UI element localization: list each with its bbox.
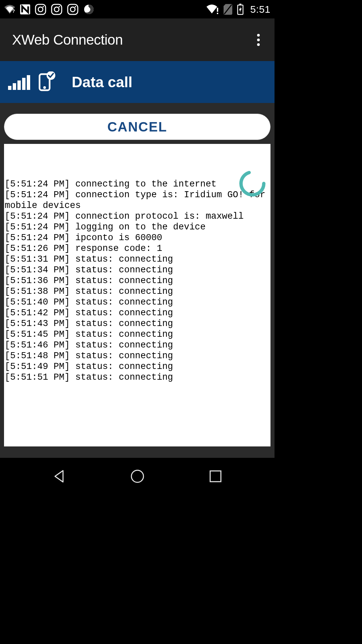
android-nav-bar — [0, 458, 275, 488]
log-line: [5:51:43 PM] status: connecting — [4, 318, 270, 329]
content-area: CANCEL [5:51:24 PM] connecting to the in… — [0, 103, 275, 450]
log-line: [5:51:24 PM] connection protocol is: max… — [4, 211, 270, 222]
bottom-spacer — [0, 450, 275, 458]
nav-home-button[interactable] — [124, 463, 151, 488]
app-bar: XWeb Connection — [0, 18, 275, 61]
svg-rect-20 — [8, 86, 11, 90]
instagram-icon — [51, 4, 62, 15]
svg-rect-5 — [52, 4, 62, 14]
firefox-icon — [83, 4, 95, 15]
svg-rect-22 — [17, 80, 21, 90]
svg-point-9 — [70, 7, 75, 12]
log-line: [5:51:34 PM] status: connecting — [4, 265, 270, 275]
log-text: [5:51:24 PM] connecting to the internet[… — [4, 179, 270, 383]
svg-point-10 — [75, 6, 76, 7]
log-line: [5:51:40 PM] status: connecting — [4, 297, 270, 308]
loading-spinner-icon — [238, 148, 266, 176]
svg-rect-12 — [217, 8, 218, 12]
log-line: [5:51:45 PM] status: connecting — [4, 329, 270, 340]
signal-bars-icon — [8, 73, 32, 91]
battery-charging-icon — [237, 4, 244, 15]
svg-point-7 — [59, 6, 60, 7]
no-sim-icon — [224, 4, 232, 15]
svg-rect-21 — [13, 83, 16, 90]
status-clock: 5:51 — [250, 4, 270, 15]
svg-point-18 — [257, 39, 260, 41]
status-right: 5:51 — [206, 4, 270, 15]
back-triangle-icon — [52, 469, 67, 484]
log-panel[interactable]: [5:51:24 PM] connecting to the internet[… — [4, 144, 270, 446]
instagram-icon — [67, 4, 78, 15]
log-line: [5:51:24 PM] logging on to the device — [4, 222, 270, 232]
n-icon — [20, 4, 30, 14]
log-line: [5:51:42 PM] status: connecting — [4, 308, 270, 318]
svg-point-19 — [257, 43, 260, 46]
banner-title: Data call — [72, 74, 132, 91]
log-line: [5:51:46 PM] status: connecting — [4, 340, 270, 351]
svg-rect-16 — [239, 4, 241, 5]
svg-point-17 — [257, 34, 260, 37]
svg-point-26 — [43, 86, 46, 89]
device-check-icon — [38, 71, 56, 93]
overflow-menu-button[interactable] — [250, 32, 266, 48]
cancel-button[interactable]: CANCEL — [4, 114, 270, 140]
nav-back-button[interactable] — [46, 463, 73, 488]
svg-point-3 — [38, 7, 43, 12]
status-left: ? — [4, 4, 206, 15]
svg-rect-2 — [36, 4, 46, 14]
svg-rect-24 — [27, 75, 30, 90]
svg-rect-30 — [210, 471, 221, 482]
svg-point-28 — [241, 172, 264, 195]
wifi-question-icon: ? — [4, 5, 15, 14]
log-line: [5:51:24 PM] connecting to the internet — [4, 179, 270, 190]
svg-rect-8 — [68, 4, 78, 14]
log-line: [5:51:24 PM] connection type is: Iridium… — [4, 190, 270, 211]
svg-rect-23 — [22, 78, 25, 90]
nav-recent-button[interactable] — [202, 463, 229, 488]
log-line: [5:51:26 PM] response code: 1 — [4, 243, 270, 254]
svg-text:?: ? — [12, 8, 15, 14]
recent-square-icon — [208, 469, 223, 483]
svg-point-6 — [54, 7, 59, 12]
log-line: [5:51:38 PM] status: connecting — [4, 286, 270, 297]
log-line: [5:51:49 PM] status: connecting — [4, 361, 270, 372]
log-line: [5:51:24 PM] ipconto is 60000 — [4, 232, 270, 243]
connection-banner: Data call — [0, 61, 275, 103]
log-line: [5:51:36 PM] status: connecting — [4, 275, 270, 286]
home-circle-icon — [130, 469, 145, 484]
log-line: [5:51:48 PM] status: connecting — [4, 351, 270, 361]
svg-point-4 — [43, 6, 44, 7]
svg-point-29 — [131, 470, 143, 482]
wifi-alert-icon — [206, 4, 219, 14]
instagram-icon — [35, 4, 46, 15]
log-line: [5:51:31 PM] status: connecting — [4, 254, 270, 265]
app-title: XWeb Connection — [12, 32, 123, 48]
log-line: [5:51:51 PM] status: connecting — [4, 372, 270, 383]
android-status-bar: ? 5:51 — [0, 0, 275, 18]
svg-rect-13 — [217, 13, 218, 14]
more-vert-icon — [257, 34, 260, 46]
